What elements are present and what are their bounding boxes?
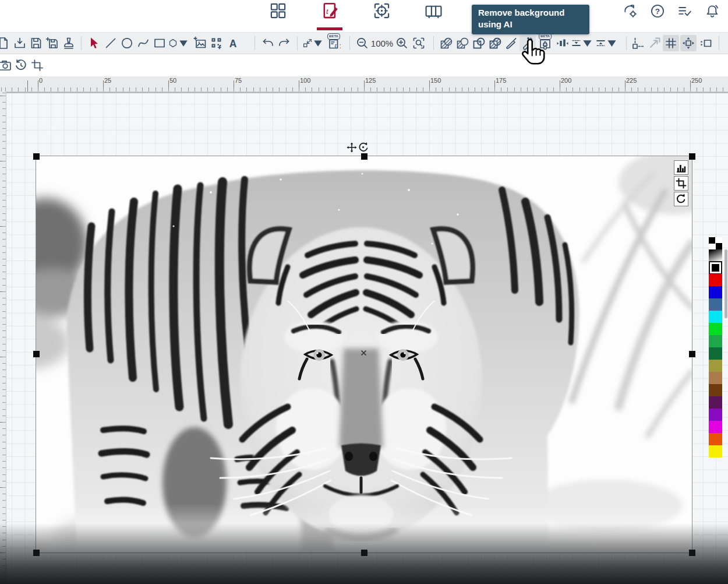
bell-icon xyxy=(705,3,720,19)
intersect-button[interactable] xyxy=(471,35,487,51)
snap-to-object-button[interactable] xyxy=(630,35,646,51)
swatch-red[interactable] xyxy=(709,274,722,286)
swatch-brown[interactable] xyxy=(709,384,722,396)
toolbar-divider xyxy=(81,36,82,50)
selection-handle-s[interactable] xyxy=(361,550,367,556)
import-button[interactable] xyxy=(12,35,28,51)
crop-image-button[interactable] xyxy=(674,176,688,191)
insert-image-button[interactable] xyxy=(192,35,208,51)
swatch-black-selected[interactable] xyxy=(709,261,722,275)
notifications-button[interactable] xyxy=(705,3,720,19)
text-tool-icon: A xyxy=(226,36,240,50)
reset-history-button[interactable] xyxy=(13,57,29,73)
top-navigation: t xyxy=(0,0,728,32)
rotate-image-button[interactable] xyxy=(674,192,688,206)
nav-tabs: t xyxy=(267,0,444,32)
toolbar-divider xyxy=(297,36,298,50)
swap-objects-button[interactable] xyxy=(554,35,571,51)
line-tool-button[interactable] xyxy=(103,35,119,51)
insert-barcode-button[interactable] xyxy=(208,35,225,51)
swatch-steel-blue[interactable] xyxy=(709,298,722,311)
new-file-button[interactable] xyxy=(0,35,12,51)
swatch-magenta[interactable] xyxy=(709,421,722,433)
sync-settings-button[interactable] xyxy=(623,3,638,19)
polygon-tool-button[interactable] xyxy=(168,35,189,51)
intersect-icon xyxy=(472,36,486,50)
swatch-olive[interactable] xyxy=(709,360,722,372)
tab-frames[interactable] xyxy=(423,0,444,32)
swatch-dark-green[interactable] xyxy=(709,347,722,360)
undo-button[interactable] xyxy=(260,35,276,51)
stamp-button[interactable] xyxy=(61,35,77,51)
tab-inspect[interactable] xyxy=(371,0,392,32)
selection-handle-nw[interactable] xyxy=(33,153,40,160)
ellipse-tool-button[interactable] xyxy=(119,35,135,51)
tab-design[interactable]: t xyxy=(319,0,340,32)
toolbar-divider xyxy=(626,36,627,50)
horizontal-ruler[interactable]: 0 25 50 75 100 125 150 175 200 225 250 xyxy=(0,76,728,92)
union-button[interactable] xyxy=(438,35,454,51)
text-tool-button[interactable]: A xyxy=(225,35,241,51)
histogram-button[interactable] xyxy=(674,160,688,175)
send-backward-button[interactable] xyxy=(571,35,593,51)
selection-handle-w[interactable] xyxy=(33,351,40,357)
swatch-blue[interactable] xyxy=(709,286,722,298)
camera-button[interactable] xyxy=(0,57,13,73)
toggle-grid-button[interactable] xyxy=(663,35,679,51)
trim-button[interactable] xyxy=(503,35,520,51)
selection-mode-button[interactable] xyxy=(698,35,714,51)
swatch-gradient[interactable] xyxy=(709,249,722,262)
selection-handle-n[interactable] xyxy=(361,153,367,160)
selection-handle-sw[interactable] xyxy=(33,550,40,556)
sync-settings-icon xyxy=(623,3,638,19)
zoom-out-button[interactable] xyxy=(354,35,370,51)
swatch-dark-purple[interactable] xyxy=(709,396,722,409)
redo-button[interactable] xyxy=(276,35,292,51)
resize-selection-icon xyxy=(302,36,313,50)
vertical-scrollbar-thumb[interactable] xyxy=(725,249,727,318)
curve-tool-button[interactable] xyxy=(135,35,151,51)
selection-handle-se[interactable] xyxy=(689,550,695,556)
swatch-yellow[interactable] xyxy=(709,445,722,458)
ellipse-icon xyxy=(120,36,134,50)
selection-handle-ne[interactable] xyxy=(689,153,695,160)
swatch-bright-green[interactable] xyxy=(709,323,722,335)
save-as-button[interactable] xyxy=(44,35,61,51)
swatch-violet[interactable] xyxy=(709,409,722,421)
rectangle-tool-button[interactable] xyxy=(151,35,168,51)
toolbar-divider xyxy=(719,36,719,50)
subtract-button[interactable] xyxy=(454,35,471,51)
open-external-button[interactable] xyxy=(646,35,663,51)
swatch-transparent[interactable] xyxy=(709,237,722,249)
image-action-buttons xyxy=(674,160,688,206)
ruler-label: 50 xyxy=(169,77,176,84)
select-tool-button[interactable] xyxy=(86,35,103,51)
replace-image-button[interactable]: BETA xyxy=(536,35,554,51)
exclude-button[interactable] xyxy=(487,35,503,51)
swatch-cyan[interactable] xyxy=(709,311,722,323)
pan-center-button[interactable] xyxy=(680,35,697,51)
rotate-handle-icon[interactable] xyxy=(358,142,369,153)
crop-tool-button[interactable] xyxy=(29,57,45,73)
swatch-orange[interactable] xyxy=(709,433,722,445)
swatch-green[interactable] xyxy=(709,335,722,347)
swatch-tan[interactable] xyxy=(709,372,722,384)
selection-handle-e[interactable] xyxy=(689,351,695,357)
resize-selection-button[interactable] xyxy=(302,35,323,51)
save-button[interactable] xyxy=(28,35,44,51)
tab-overview[interactable] xyxy=(267,0,288,32)
help-icon: ? xyxy=(650,3,665,19)
move-handle-icon[interactable] xyxy=(347,142,357,153)
dynamic-data-button[interactable]: BETA { } xyxy=(325,35,342,51)
zoom-in-icon xyxy=(395,36,409,50)
zoom-out-icon xyxy=(355,36,369,50)
zoom-in-button[interactable] xyxy=(394,35,410,51)
crop-icon xyxy=(30,58,44,72)
bring-forward-button[interactable] xyxy=(595,35,617,51)
selection-center-marker[interactable] xyxy=(361,350,367,356)
vertical-ruler[interactable] xyxy=(0,92,6,584)
help-button[interactable]: ? xyxy=(650,3,665,19)
remove-background-ai-button[interactable] xyxy=(520,35,536,51)
zoom-to-selection-button[interactable] xyxy=(410,35,427,51)
task-list-button[interactable] xyxy=(677,3,692,19)
